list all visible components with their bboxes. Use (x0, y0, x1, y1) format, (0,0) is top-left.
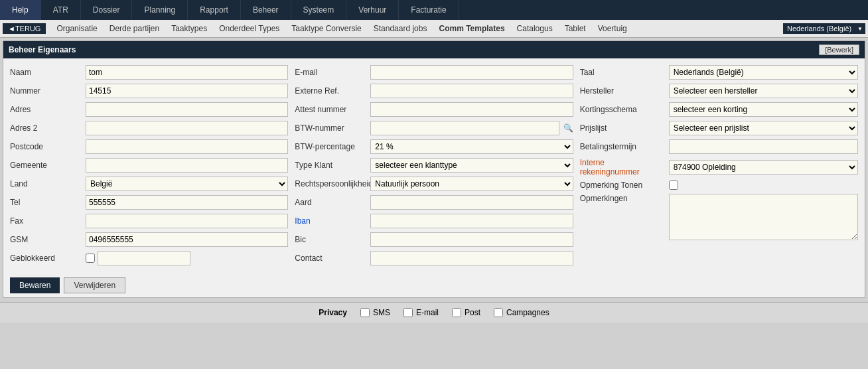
naam-input[interactable] (86, 65, 288, 80)
nav-help[interactable]: Help (0, 0, 41, 20)
prijslijst-select[interactable]: Selecteer een prijslist (669, 121, 858, 135)
email-row: E-mail (295, 65, 573, 80)
tel-row: Tel (10, 195, 288, 210)
bic-input[interactable] (370, 232, 573, 247)
btw-perc-select[interactable]: 21 % (370, 139, 573, 154)
nav-dossier[interactable]: Dossier (81, 0, 133, 20)
form-area: Naam Nummer Adres Adres 2 Postcode Gemee… (3, 58, 865, 273)
edit-button[interactable]: [Bewerk] (819, 44, 859, 55)
iban-input[interactable] (370, 214, 573, 228)
taal-select[interactable]: Nederlands (België) (669, 65, 858, 80)
opmerkingen-textarea[interactable] (669, 194, 858, 240)
nav-derde-partijen[interactable]: Derde partijen (104, 22, 165, 35)
nav-comm-templates[interactable]: Comm Templates (433, 22, 510, 35)
section-title: Beheer Eigenaars (9, 45, 76, 54)
kortingsschema-select[interactable]: selecteer een korting (669, 102, 858, 117)
rechtspers-select[interactable]: Natuurlijk persoon (370, 177, 573, 191)
main-content: Beheer Eigenaars [Bewerk] Naam Nummer Ad… (3, 40, 865, 298)
nav-organisatie[interactable]: Organisatie (51, 22, 102, 35)
prijslijst-row: Prijslijst Selecteer een prijslist (580, 121, 858, 135)
nav-beheer[interactable]: Beheer (241, 0, 291, 20)
privacy-label: Privacy (319, 308, 347, 317)
form-col2: E-mail Externe Ref. Attest nummer BTW-nu… (295, 65, 573, 267)
postcode-input[interactable] (86, 139, 288, 154)
top-nav: Help ATR Dossier Planning Rapport Beheer… (0, 0, 868, 20)
nav-catalogus[interactable]: Catalogus (512, 22, 558, 35)
email-label: E-mail (416, 308, 439, 317)
land-select[interactable]: België (86, 177, 288, 191)
nav-verhuur[interactable]: Verhuur (346, 0, 399, 20)
type-klant-label: Type Klant (295, 161, 368, 170)
adres-input[interactable] (86, 102, 288, 117)
campagnes-checkbox[interactable] (494, 308, 503, 317)
land-label: Land (10, 179, 83, 188)
back-button[interactable]: ◄TERUG (3, 23, 46, 34)
nav-taaktype-conversie[interactable]: Taaktype Conversie (286, 22, 366, 35)
gemeente-input[interactable] (86, 158, 288, 173)
naam-row: Naam (10, 65, 288, 80)
fax-label: Fax (10, 216, 83, 226)
nav-planning[interactable]: Planning (132, 0, 188, 20)
nav-systeem[interactable]: Systeem (291, 0, 347, 20)
nav-taaktypes[interactable]: Taaktypes (166, 22, 212, 35)
geblokkeerd-input[interactable] (98, 251, 190, 265)
post-checkbox[interactable] (452, 308, 461, 317)
betalingstermijn-row: Betalingstermijn (580, 139, 858, 154)
bic-row: Bic (295, 232, 573, 247)
nav-standaard-jobs[interactable]: Standaard jobs (368, 22, 433, 35)
btw-nummer-label: BTW-nummer (295, 123, 368, 133)
contact-input[interactable] (370, 251, 573, 265)
taal-label: Taal (580, 68, 666, 77)
contact-label: Contact (295, 254, 368, 263)
nav-onderdeel-types[interactable]: Onderdeel Types (214, 22, 285, 35)
geblokkeerd-checkbox[interactable] (86, 254, 95, 263)
bic-label: Bic (295, 235, 368, 244)
delete-button[interactable]: Verwijderen (64, 277, 125, 293)
btw-nummer-input[interactable] (370, 121, 559, 135)
tel-input[interactable] (86, 195, 288, 210)
kortingsschema-label: Kortingsschema (580, 105, 666, 114)
form-col3: Taal Nederlands (België) Hersteller Sele… (580, 65, 858, 267)
nav-rapport[interactable]: Rapport (188, 0, 241, 20)
hersteller-select[interactable]: Selecteer een hersteller (669, 84, 858, 98)
email-checkbox[interactable] (403, 308, 413, 317)
language-select[interactable]: Nederlands (België) (783, 23, 865, 34)
post-label: Post (465, 308, 480, 317)
externe-ref-label: Externe Ref. (295, 86, 368, 96)
btw-nummer-row: BTW-nummer 🔍 (295, 121, 573, 135)
nummer-row: Nummer (10, 84, 288, 98)
aard-label: Aard (295, 198, 368, 207)
tel-label: Tel (10, 198, 83, 207)
adres2-input[interactable] (86, 121, 288, 135)
type-klant-row: Type Klant selecteer een klanttype (295, 158, 573, 173)
nav-facturatie[interactable]: Facturatie (399, 0, 459, 20)
opmerking-tonen-checkbox[interactable] (669, 181, 678, 190)
betalingstermijn-input[interactable] (669, 139, 858, 154)
btw-search-icon[interactable]: 🔍 (563, 123, 573, 133)
externe-ref-input[interactable] (370, 84, 573, 98)
betalingstermijn-label: Betalingstermijn (580, 142, 666, 151)
rechtspers-row: Rechtspersoonlijkheid Natuurlijk persoon (295, 177, 573, 191)
fax-input[interactable] (86, 214, 288, 228)
interne-rek-select[interactable]: 874900 Opleiding (669, 160, 858, 175)
geblokkeerd-row: Geblokkeerd (10, 251, 288, 265)
attest-input[interactable] (370, 102, 573, 117)
gsm-row: GSM (10, 232, 288, 247)
adres-row: Adres (10, 102, 288, 117)
prijslijst-label: Prijslijst (580, 123, 666, 133)
type-klant-select[interactable]: selecteer een klanttype (370, 158, 573, 173)
nummer-input[interactable] (86, 84, 288, 98)
gsm-input[interactable] (86, 232, 288, 247)
email-input[interactable] (370, 65, 573, 80)
opmerking-tonen-label: Opmerking Tonen (580, 181, 666, 190)
save-button[interactable]: Bewaren (10, 277, 60, 293)
nav-tablet[interactable]: Tablet (559, 22, 591, 35)
sms-label: SMS (373, 308, 390, 317)
nav-atr[interactable]: ATR (41, 0, 81, 20)
privacy-campagnes: Campagnes (494, 308, 549, 317)
aard-input[interactable] (370, 195, 573, 210)
hersteller-row: Hersteller Selecteer een hersteller (580, 84, 858, 98)
nav-voertuig[interactable]: Voertuig (593, 22, 632, 35)
language-selector-wrap: Nederlands (België) (783, 23, 865, 34)
sms-checkbox[interactable] (360, 308, 370, 317)
